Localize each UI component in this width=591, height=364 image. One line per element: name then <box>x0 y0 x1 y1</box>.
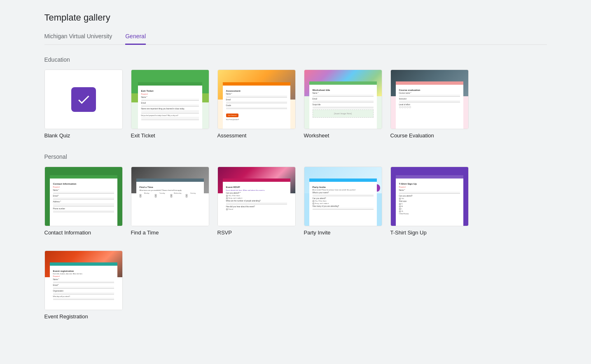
template-find-a-time[interactable]: Find a Time What times are you available… <box>131 167 209 236</box>
template-label-find-a-time: Find a Time <box>131 230 159 236</box>
template-thumbnail-contact-information[interactable]: Contact Information Required Name * Emai… <box>44 167 123 226</box>
template-thumbnail-exit-ticket[interactable]: Exit Ticket Required Name * Email Name o… <box>131 70 209 129</box>
template-label-course-evaluation: Course Evaluation <box>390 132 434 139</box>
template-label-assessment: Assessment <box>217 132 247 139</box>
template-worksheet[interactable]: Worksheet title Name * Email Script titl… <box>304 70 382 139</box>
tabs-bar: Michigan Virtual University General <box>44 33 547 45</box>
template-tshirt-sign-up[interactable]: T-Shirt Sign Up Required Name * Can you … <box>390 167 469 236</box>
personal-section: Personal Contact Information Required Na… <box>44 153 547 320</box>
template-rsvp[interactable]: Event RSVP Event details link here. When… <box>217 167 296 236</box>
template-course-evaluation[interactable]: Course evaluation Course name * Instruct… <box>390 70 469 139</box>
template-thumbnail-party-invite[interactable]: Party Invite All are invited! Please let… <box>304 167 382 226</box>
tab-general[interactable]: General <box>125 33 146 45</box>
template-thumbnail-find-a-time[interactable]: Find a Time What times are you available… <box>131 167 209 226</box>
page-title: Template gallery <box>44 12 547 23</box>
template-event-registration[interactable]: Event registration Event title, location… <box>44 250 123 320</box>
blank-quiz-icon <box>71 87 96 112</box>
template-contact-information[interactable]: Contact Information Required Name * Emai… <box>44 167 123 236</box>
template-label-rsvp: RSVP <box>217 230 232 236</box>
template-thumbnail-event-registration[interactable]: Event registration Event title, location… <box>44 250 123 310</box>
template-label-party-invite: Party Invite <box>304 230 331 236</box>
template-thumbnail-blank-quiz[interactable] <box>44 70 123 129</box>
education-section-title: Education <box>44 56 547 63</box>
template-blank-quiz[interactable]: Blank Quiz <box>44 70 123 139</box>
template-thumbnail-course-evaluation[interactable]: Course evaluation Course name * Instruct… <box>390 70 469 129</box>
education-section: Education Blank Quiz <box>44 56 547 139</box>
personal-templates-grid-row2: Event registration Event title, location… <box>44 250 547 320</box>
template-label-exit-ticket: Exit Ticket <box>131 132 155 139</box>
template-party-invite[interactable]: Party Invite All are invited! Please let… <box>304 167 382 236</box>
page-container: Template gallery Michigan Virtual Univer… <box>28 0 563 347</box>
template-label-blank-quiz: Blank Quiz <box>44 132 70 139</box>
template-assessment[interactable]: Assessment Name * Email Grade Get Starte… <box>217 70 296 139</box>
template-label-worksheet: Worksheet <box>304 132 329 139</box>
personal-section-title: Personal <box>44 153 547 160</box>
template-label-contact-information: Contact Information <box>44 230 91 236</box>
template-thumbnail-worksheet[interactable]: Worksheet title Name * Email Script titl… <box>304 70 382 129</box>
template-thumbnail-tshirt-sign-up[interactable]: T-Shirt Sign Up Required Name * Can you … <box>390 167 469 226</box>
template-thumbnail-assessment[interactable]: Assessment Name * Email Grade Get Starte… <box>217 70 296 129</box>
personal-templates-grid: Contact Information Required Name * Emai… <box>44 167 547 236</box>
template-thumbnail-rsvp[interactable]: Event RSVP Event details link here. When… <box>217 167 296 226</box>
template-exit-ticket[interactable]: Exit Ticket Required Name * Email Name o… <box>131 70 209 139</box>
education-templates-grid: Blank Quiz Exit Ticket Required Name * <box>44 70 547 139</box>
template-label-event-registration: Event Registration <box>44 313 88 320</box>
template-label-tshirt-sign-up: T-Shirt Sign Up <box>390 230 427 236</box>
tab-michigan[interactable]: Michigan Virtual University <box>44 33 112 45</box>
